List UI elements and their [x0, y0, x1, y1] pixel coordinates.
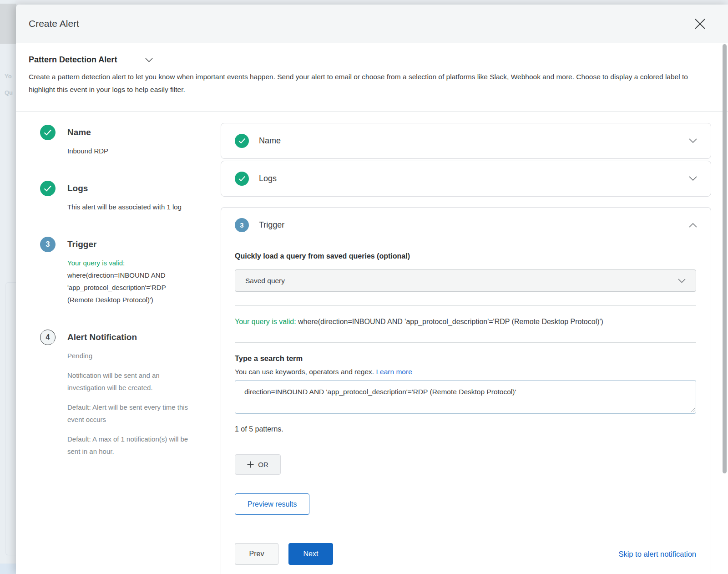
step-complete-check-icon: [40, 181, 56, 196]
stepper-connector: [48, 252, 48, 330]
scrollbar-thumb[interactable]: [723, 44, 727, 473]
chevron-down-icon: [678, 279, 686, 283]
help-text: You can use keywords, operators and rege…: [235, 368, 374, 376]
form-panels: Name Logs: [221, 112, 728, 574]
search-term-help: You can use keywords, operators and rege…: [235, 368, 696, 376]
skip-to-alert-notification-link[interactable]: Skip to alert notification: [618, 550, 696, 559]
step-note: Default: A max of 1 notification(s) will…: [67, 433, 188, 457]
close-button[interactable]: [692, 16, 708, 32]
stepper-connector: [48, 140, 48, 181]
section-title: Logs: [259, 174, 277, 183]
query-validation-message: Your query is valid: where(direction=INB…: [235, 315, 696, 329]
section-title: Name: [259, 136, 281, 146]
background-panel-edge: [5, 282, 16, 555]
modal-header: Create Alert: [16, 5, 728, 43]
stepper-connector: [48, 196, 48, 237]
step-subtitle: Inbound RDP: [67, 145, 188, 157]
trigger-body: Quickly load a query from saved queries …: [221, 252, 711, 565]
step-title: Alert Notification: [67, 330, 188, 345]
step-title: Trigger: [67, 237, 188, 252]
name-section-header[interactable]: Name: [221, 123, 711, 158]
preview-results-button[interactable]: Preview results: [235, 493, 309, 515]
create-alert-modal: Create Alert Pattern Detection Alert Cre…: [16, 5, 728, 574]
background-page: Yo Qu: [0, 0, 16, 574]
step-complete-check-icon: [40, 125, 56, 140]
step-title: Logs: [67, 181, 188, 196]
chevron-down-icon: [689, 176, 697, 181]
search-term-heading: Type a search term: [235, 354, 696, 363]
step-number-badge: 3: [235, 218, 249, 232]
next-button[interactable]: Next: [288, 543, 333, 565]
logs-section-header[interactable]: Logs: [221, 161, 711, 196]
query-valid-label: Your query is valid:: [235, 318, 296, 325]
saved-query-select[interactable]: Saved query: [235, 269, 696, 292]
search-term-input[interactable]: direction=INBOUND AND 'app_protocol_desc…: [235, 380, 696, 414]
trigger-section: 3 Trigger Quickly load a query from save…: [221, 207, 711, 574]
alert-type-description: Create a pattern detection alert to let …: [29, 71, 708, 96]
query-text: where(direction=INBOUND AND 'app_protoco…: [298, 318, 603, 325]
step-status: Pending: [67, 350, 188, 362]
query-text: where(direction=INBOUND AND 'app_protoco…: [67, 271, 166, 304]
name-section: Name: [221, 123, 711, 159]
close-icon: [694, 18, 706, 30]
step-subtitle: This alert will be associated with 1 log: [67, 201, 188, 213]
alert-type-selector[interactable]: Pattern Detection Alert: [29, 55, 117, 65]
saved-query-selected-value: Saved query: [245, 277, 285, 285]
alert-type-section: Pattern Detection Alert Create a pattern…: [16, 43, 728, 112]
step-alert-notification: 4 Alert Notification Pending Notificatio…: [40, 330, 221, 457]
add-or-pattern-button[interactable]: OR: [235, 454, 281, 475]
step-query-status: Your query is valid: where(direction=INB…: [67, 257, 188, 306]
check-icon: [235, 172, 249, 186]
chevron-up-icon: [689, 223, 697, 228]
or-button-label: OR: [258, 461, 268, 468]
learn-more-link[interactable]: Learn more: [376, 368, 412, 376]
trigger-section-header[interactable]: 3 Trigger: [221, 208, 711, 243]
step-title: Name: [67, 125, 188, 140]
background-header-band: [0, 4, 16, 44]
step-trigger: 3 Trigger Your query is valid: where(dir…: [40, 237, 221, 330]
stepper: Name Inbound RDP Logs This alert will be…: [16, 112, 221, 574]
chevron-down-icon: [689, 138, 697, 143]
step-logs: Logs This alert will be associated with …: [40, 181, 221, 237]
saved-query-label: Quickly load a query from saved queries …: [235, 252, 696, 260]
check-icon: [235, 134, 249, 148]
background-text: Qu: [5, 89, 13, 96]
wizard-footer: Prev Next Skip to alert notification: [235, 543, 696, 565]
step-name: Name Inbound RDP: [40, 125, 221, 181]
step-number-badge: 4: [40, 330, 56, 345]
logs-section: Logs: [221, 161, 711, 197]
divider: [235, 342, 696, 343]
background-footer-band: [0, 564, 16, 574]
background-text: Yo: [5, 73, 12, 80]
section-title: Trigger: [259, 220, 284, 230]
divider: [235, 305, 696, 306]
modal-title: Create Alert: [29, 18, 79, 29]
chevron-down-icon[interactable]: [145, 58, 153, 62]
prev-button[interactable]: Prev: [235, 543, 278, 565]
step-note: Default: Alert will be sent every time t…: [67, 401, 188, 426]
query-valid-label: Your query is valid:: [67, 259, 125, 267]
patterns-count: 1 of 5 patterns.: [235, 425, 696, 433]
plus-icon: [247, 461, 254, 468]
step-note: Notification will be sent and an investi…: [67, 369, 188, 394]
step-number-badge: 3: [40, 237, 56, 252]
